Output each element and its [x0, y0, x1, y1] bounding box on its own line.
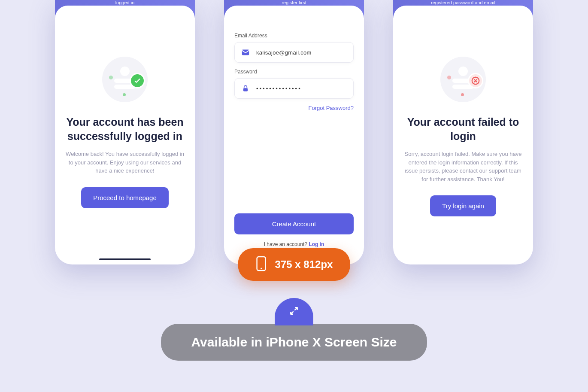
svg-point-4 [261, 268, 262, 269]
phone-header: logged in [55, 0, 195, 18]
try-again-button[interactable]: Try login again [430, 195, 496, 216]
forgot-password-link[interactable]: Forgot Password? [234, 105, 354, 111]
success-subtitle: Welcome back! You have successfully logg… [65, 150, 185, 175]
collapse-button[interactable] [275, 298, 313, 325]
create-account-button[interactable]: Create Account [234, 213, 354, 234]
phone-header: register first [224, 0, 364, 18]
phone-success: logged in Your account has been successf… [55, 0, 195, 264]
email-label: Email Address [234, 33, 354, 39]
home-indicator[interactable] [99, 258, 151, 260]
header-subtitle: logged in [115, 0, 135, 5]
error-subtitle: Sorry, account login failed. Make sure y… [403, 150, 523, 183]
collapse-icon [288, 305, 300, 318]
dimensions-badge: 375 x 812px [238, 248, 350, 281]
login-link[interactable]: Log in [309, 241, 324, 247]
success-status-icon [102, 57, 148, 102]
error-icon [468, 73, 483, 88]
email-value: kalisajoe@gmail.com [256, 49, 312, 56]
password-input[interactable]: •••••••••••••• [234, 78, 354, 99]
availability-text: Available in iPhone X Screen Size [191, 335, 397, 349]
password-value: •••••••••••••• [256, 85, 302, 92]
mail-icon [241, 48, 250, 57]
availability-pill: Available in iPhone X Screen Size [161, 324, 427, 361]
svg-rect-1 [243, 88, 248, 91]
error-title: Your account failed to login [403, 115, 523, 143]
password-label: Password [234, 69, 354, 75]
email-input[interactable]: kalisajoe@gmail.com [234, 42, 354, 63]
phone-error: registered password and email Your accou… [393, 0, 533, 264]
footer-prompt: I have an account? Log in [234, 241, 354, 247]
lock-icon [241, 84, 250, 93]
error-status-icon [440, 57, 486, 102]
proceed-homepage-button[interactable]: Proceed to homepage [81, 187, 169, 208]
bottom-widget: Available in iPhone X Screen Size [161, 298, 427, 361]
header-subtitle: register first [282, 0, 306, 5]
header-subtitle: registered password and email [431, 0, 495, 5]
phone-register: register first Email Address kalisajoe@g… [224, 0, 364, 264]
phone-icon [255, 256, 267, 273]
phone-header: registered password and email [393, 0, 533, 18]
success-title: Your account has been successfully logge… [65, 115, 185, 143]
dimensions-text: 375 x 812px [275, 258, 333, 270]
checkmark-icon [130, 73, 145, 88]
